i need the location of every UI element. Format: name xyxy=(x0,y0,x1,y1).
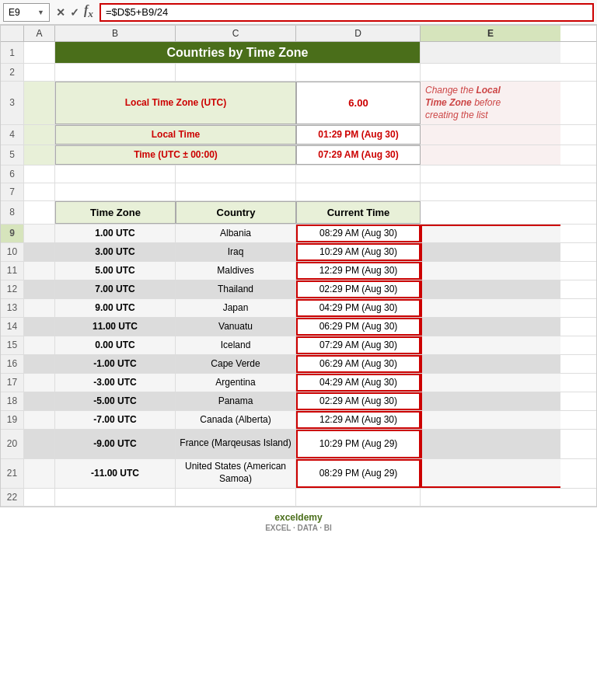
note-text: Change the LocalTime Zone beforecreating… xyxy=(425,84,501,122)
cell-d20-time[interactable]: 10:29 PM (Aug 29) xyxy=(296,430,421,458)
cell-a8 xyxy=(24,201,55,224)
cell-d21-time[interactable]: 08:29 PM (Aug 29) xyxy=(296,459,421,488)
cell-d15-time[interactable]: 07:29 AM (Aug 30) xyxy=(296,336,421,354)
cell-c14-country[interactable]: Vanuatu xyxy=(176,318,296,336)
timezone-header: Time Zone xyxy=(90,207,141,218)
cell-e7 xyxy=(421,183,560,200)
cell-d12-time[interactable]: 02:29 PM (Aug 30) xyxy=(296,280,421,298)
row-3: 3 Local Time Zone (UTC) 6.00 Change the … xyxy=(1,82,596,125)
cell-bc5-label: Time (UTC ± 00:00) xyxy=(55,145,296,165)
cell-d17-time[interactable]: 04:29 AM (Aug 30) xyxy=(296,374,421,392)
cell-a19 xyxy=(24,411,55,429)
cell-c20-country[interactable]: France (Marqeusas Island) xyxy=(176,430,296,458)
row-4: 4 Local Time 01:29 PM (Aug 30) xyxy=(1,125,596,145)
row-19: 19 -7.00 UTC Canada (Alberta) 12:29 AM (… xyxy=(1,411,596,430)
cell-a18 xyxy=(24,392,55,410)
formula-input[interactable]: =$D$5+B9/24 xyxy=(100,3,594,22)
cell-d10-time[interactable]: 10:29 AM (Aug 30) xyxy=(296,243,421,261)
col-header-d[interactable]: D xyxy=(296,26,421,41)
cell-b13-tz[interactable]: 9.00 UTC xyxy=(55,299,176,317)
cell-d14-time[interactable]: 06:29 PM (Aug 30) xyxy=(296,318,421,336)
row-num-15: 15 xyxy=(1,336,24,354)
row-num-10: 10 xyxy=(1,243,24,261)
confirm-formula-icon[interactable]: ✓ xyxy=(70,6,79,19)
spreadsheet-app: E9 ▼ ✕ ✓ fx =$D$5+B9/24 A B C D E 1 Coun… xyxy=(0,0,597,535)
col-header-b[interactable]: B xyxy=(55,26,176,41)
corner-header xyxy=(1,26,24,41)
row-num-16: 16 xyxy=(1,355,24,373)
cell-c17-country[interactable]: Argentina xyxy=(176,374,296,392)
row-13: 13 9.00 UTC Japan 04:29 PM (Aug 30) xyxy=(1,299,596,318)
cell-a13 xyxy=(24,299,55,317)
cell-e11 xyxy=(421,262,560,280)
cell-e19 xyxy=(421,411,560,429)
cell-c7 xyxy=(176,183,296,200)
cell-c21-country[interactable]: United States (American Samoa) xyxy=(176,459,296,488)
cell-b12-tz[interactable]: 7.00 UTC xyxy=(55,280,176,298)
col-header-c[interactable]: C xyxy=(176,26,296,41)
cell-a5 xyxy=(24,145,55,165)
cell-b19-tz[interactable]: -7.00 UTC xyxy=(55,411,176,429)
cell-c12-country[interactable]: Thailand xyxy=(176,280,296,298)
row-num-11: 11 xyxy=(1,262,24,280)
cell-b16-tz[interactable]: -1.00 UTC xyxy=(55,355,176,373)
row-num-13: 13 xyxy=(1,299,24,317)
cell-c15-country[interactable]: Iceland xyxy=(176,336,296,354)
cell-b9-tz[interactable]: 1.00 UTC xyxy=(55,225,176,242)
cell-reference-box[interactable]: E9 ▼ xyxy=(3,3,50,22)
row-12: 12 7.00 UTC Thailand 02:29 PM (Aug 30) xyxy=(1,280,596,299)
row-num-7: 7 xyxy=(1,183,24,200)
cell-c18-country[interactable]: Panama xyxy=(176,392,296,410)
column-headers-row: A B C D E xyxy=(1,26,596,42)
row-num-4: 4 xyxy=(1,125,24,145)
col-header-a[interactable]: A xyxy=(24,26,55,41)
cell-d9-time[interactable]: 08:29 AM (Aug 30) xyxy=(296,225,421,242)
cell-b17-tz[interactable]: -3.00 UTC xyxy=(55,374,176,392)
cell-a9 xyxy=(24,225,55,242)
cell-d6 xyxy=(296,165,421,183)
cell-c10-country[interactable]: Iraq xyxy=(176,243,296,261)
cell-b15-tz[interactable]: 0.00 UTC xyxy=(55,336,176,354)
cell-b7 xyxy=(55,183,176,200)
cell-c13-country[interactable]: Japan xyxy=(176,299,296,317)
watermark: exceldemy EXCEL · DATA · BI xyxy=(0,507,597,535)
cell-e10 xyxy=(421,243,560,261)
row-8-headers: 8 Time Zone Country Current Time xyxy=(1,201,596,225)
col-header-e[interactable]: E xyxy=(421,26,560,41)
cell-b11-tz[interactable]: 5.00 UTC xyxy=(55,262,176,280)
cell-a14 xyxy=(24,318,55,336)
row-6: 6 xyxy=(1,165,596,183)
cell-b10-tz[interactable]: 3.00 UTC xyxy=(55,243,176,261)
row-21: 21 -11.00 UTC United States (American Sa… xyxy=(1,459,596,489)
cell-b18-tz[interactable]: -5.00 UTC xyxy=(55,392,176,410)
cell-d13-time[interactable]: 04:29 PM (Aug 30) xyxy=(296,299,421,317)
cell-e14 xyxy=(421,318,560,336)
row-20: 20 -9.00 UTC France (Marqeusas Island) 1… xyxy=(1,430,596,459)
cell-c11-country[interactable]: Maldives xyxy=(176,262,296,280)
brand-name: exceldemy xyxy=(274,512,322,523)
cell-b14-tz[interactable]: 11.00 UTC xyxy=(55,318,176,336)
cell-e2 xyxy=(421,64,560,81)
cell-d7 xyxy=(296,183,421,200)
cell-b21-tz[interactable]: -11.00 UTC xyxy=(55,459,176,488)
local-time-label: Local Time xyxy=(152,129,200,140)
cell-bc4-label: Local Time xyxy=(55,125,296,145)
cell-b20-tz[interactable]: -9.00 UTC xyxy=(55,430,176,458)
cancel-formula-icon[interactable]: ✕ xyxy=(56,6,65,19)
currenttime-header: Current Time xyxy=(327,207,390,218)
cell-c9-country[interactable]: Albania xyxy=(176,225,296,242)
cell-d16-time[interactable]: 06:29 AM (Aug 30) xyxy=(296,355,421,373)
cell-c16-country[interactable]: Cape Verde xyxy=(176,355,296,373)
cell-d18-time[interactable]: 02:29 AM (Aug 30) xyxy=(296,392,421,410)
cell-d11-time[interactable]: 12:29 PM (Aug 30) xyxy=(296,262,421,280)
cell-a1[interactable] xyxy=(24,42,55,63)
insert-function-icon[interactable]: fx xyxy=(84,3,93,20)
cell-d3-value[interactable]: 6.00 xyxy=(296,82,421,124)
brand-tagline: EXCEL · DATA · BI xyxy=(265,524,332,532)
cell-c19-country[interactable]: Canada (Alberta) xyxy=(176,411,296,429)
cell-d4-value[interactable]: 01:29 PM (Aug 30) xyxy=(296,125,421,145)
cell-b6 xyxy=(55,165,176,183)
cell-d5-value[interactable]: 07:29 AM (Aug 30) xyxy=(296,145,421,165)
cell-d19-time[interactable]: 12:29 AM (Aug 30) xyxy=(296,411,421,429)
cell-b8-header: Time Zone xyxy=(55,201,176,224)
